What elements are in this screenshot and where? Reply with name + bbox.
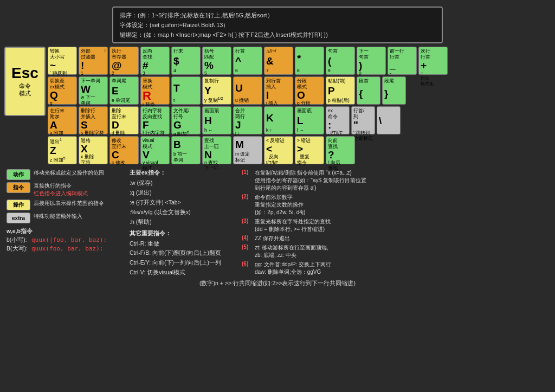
key-gt[interactable]: > 缩进 > . 重复指令 (295, 136, 324, 164)
b-small-label: b(小写): (7, 236, 29, 244)
key-D[interactable]: 删除至行末 D d 删除 (109, 106, 139, 134)
legend-section: 动作 移动光标或欲定义操作的范围 指令 直接执行的指令红色指令进入编辑模式 操作… (7, 169, 123, 278)
zxcv-row: 退出1 Z z 附加5 退格 X x 删除字符 修改至行末 C c 修改 (48, 136, 551, 164)
key-C[interactable]: 修改至行末 C c 修改 (109, 136, 139, 164)
esc-label: Esc (11, 66, 38, 81)
key-backslash[interactable]: \ (377, 106, 401, 134)
legend-extra-text: 特殊功能需额外输入 (34, 213, 82, 220)
key-F[interactable]: 行内字符反向查找 F f 行内字符查找 (140, 106, 170, 134)
instruction-line1: 排序：(例：1~5行排序;光标放在1行上,然后!5G,然后sort） (120, 10, 435, 20)
key-plus[interactable]: 次行行首 + = 自动格式化 (418, 47, 448, 75)
key-question[interactable]: 向前查找 ? / 向后查找 (326, 136, 355, 164)
key-dollar[interactable]: 行末 $ 4 (171, 47, 201, 75)
key-colon[interactable]: ex命令 : ; t/T/f/F (326, 106, 350, 134)
key-E[interactable]: 单词尾 E e 单词尾 (109, 76, 139, 105)
key-rbrace[interactable]: 段尾 } (382, 76, 406, 105)
esc-key[interactable]: Esc 命令模式 (4, 47, 46, 116)
key-exclaim[interactable]: 外部过滤器 ! 1 2 (79, 47, 108, 75)
key-P[interactable]: 粘贴(前) P p 粘贴(后) (326, 76, 355, 105)
key-V[interactable]: visual模式 V v visual模式 (140, 136, 170, 164)
key-Z[interactable]: 退出1 Z z 附加5 (48, 136, 77, 164)
key-R[interactable]: 替换模式 R r 替换字符 (140, 76, 170, 105)
number-row: 转换大小写 ~ ` 跳跃到标记处 外部过滤器 ! 1 2 执行寄存器 @ 2 (48, 47, 551, 75)
key-lparen[interactable]: 句首 ( 9 (326, 47, 355, 75)
key-at[interactable]: 执行寄存器 @ 2 (109, 47, 139, 75)
key-U[interactable]: U u 撤销 (233, 76, 262, 105)
legend-cmd-box: 指令 (7, 182, 30, 193)
key-S[interactable]: 删除行并插入 S s 删除字符并插入 (79, 106, 108, 134)
key-tilde[interactable]: 转换大小写 ~ ` 跳跃到标记处 (48, 47, 77, 75)
key-quote[interactable]: 行首/列 " ' 跳转到位置标记 (351, 106, 375, 134)
note-6: (6) gg: 文件首;ddp/P: 交换上下两行daw: 删除单词;全选：gg… (242, 261, 551, 276)
legend-cmd-text: 直接执行的指令红色指令进入编辑模式 (34, 182, 88, 197)
key-A[interactable]: 在行末附加 A a 附加 (48, 106, 77, 134)
bottom-note: (数字)n + >>:行共同缩进(如:2>>表示这行到下一行共同缩进) (4, 280, 551, 287)
key-H[interactable]: 画面顶 H h ← (202, 106, 231, 134)
key-W[interactable]: 下一单词 W w 下一单词 (79, 76, 108, 105)
qwerty-row: 切换至ex模式 Q q 下一单词 W w 下一单词 单词尾 E e 单词尾 (48, 76, 551, 105)
B-large-value: quux(foo, bar, baz); (31, 245, 103, 253)
web-commands: w,e,b指令 b(小写): quux(|foo, bar, baz); B(大… (7, 228, 123, 253)
key-J[interactable]: 合并两行 J j ↓ (233, 106, 262, 134)
ex-commands-section: 主要ex指令： :w (保存) :q (退出) :e (打开文件) <Tab> … (130, 169, 235, 278)
instruction-line2: 字体设定：(set guifont=Raize\ Bold\ 13） (120, 20, 435, 30)
note-2: (2) 命令前添加数字重复指定次数的操作(如：2p, d2w, 5i, d4j) (242, 194, 551, 216)
key-N[interactable]: 查找上一匹 N n 查找下一匹 (202, 136, 231, 164)
ex-list2: Ctrl-R: 重做 Ctrl-F/B: 向前(下)翻页/向后(上)翻页 Ctr… (130, 239, 235, 278)
key-caret[interactable]: 行首 ^ 6 (233, 47, 262, 75)
legend-op-text: 后接用以表示操作范围的指令 (34, 200, 104, 207)
key-I[interactable]: 到行首插入 I i 插入模式 (264, 76, 293, 105)
key-percent[interactable]: 括号匹配 % 5 (202, 47, 231, 75)
legend-action-box: 动作 (7, 169, 30, 180)
key-Q[interactable]: 切换至ex模式 Q q (48, 76, 77, 105)
key-underscore[interactable]: 前一行行首 _ - (388, 47, 417, 75)
legend-extra-box: extra (7, 213, 30, 223)
key-M[interactable]: M m 设定标记 (233, 136, 262, 164)
notes-section: (1) 在复制/粘贴/删除 指令前使用 "x (x=a...z)使用指令的寄存器… (242, 169, 551, 278)
key-T[interactable]: T t (171, 76, 201, 105)
ex-title2: 其它重要指令： (130, 230, 235, 237)
note-5: (5) zt: 移动游标所在行至画面顶端,zb: 底端, zz: 中央 (242, 244, 551, 259)
b-small-value: quux(|foo, bar, baz); (31, 236, 107, 244)
key-hash[interactable]: 反向查找 # 3 (140, 47, 170, 75)
keyboard-area: 转换大小写 ~ ` 跳跃到标记处 外部过滤器 ! 1 2 执行寄存器 @ 2 (48, 47, 551, 166)
key-lt[interactable]: < 反缩进 < , 反向t/T/f/F (264, 136, 293, 164)
key-O[interactable]: 分段模式 O o 分段模式 (295, 76, 324, 105)
note-4: (4) ZZ 保存并退出 (242, 235, 551, 242)
main-container: { "title": "Vim Keyboard Cheatsheet", "i… (0, 0, 555, 392)
note-1: (1) 在复制/粘贴/删除 指令前使用 "x (x=a...z)使用指令的寄存器… (242, 169, 551, 192)
key-G[interactable]: 文件尾/行号 G g 附加6 (171, 106, 201, 134)
key-star[interactable]: * 8 (295, 47, 324, 75)
key-X[interactable]: 退格 X x 删除字符 (79, 136, 108, 164)
web-title: w,e,b指令 (7, 228, 123, 235)
key-B[interactable]: B b 前一单词 (171, 136, 201, 164)
key-lbrace[interactable]: 段首 { (357, 76, 380, 105)
note-3: (3) 重复光标所在字符处指定的查找(dd = 删除本行, >= 行首缩进) (242, 218, 551, 233)
esc-sublabel: 命令模式 (19, 82, 31, 98)
key-K[interactable]: K k ↑ (264, 106, 293, 134)
legend-op-box: 操作 (7, 200, 30, 210)
key-rparen[interactable]: 下一句首 ) 0 (357, 47, 386, 75)
instruction-line3: 键绑定：(如：map h <Insert>;map <F2> h{ } 按下F2… (120, 30, 435, 40)
instruction-box: 排序：(例：1~5行排序;光标放在1行上,然后!5G,然后sort） 字体设定：… (112, 7, 443, 43)
legend-action-text: 移动光标或欲定义操作的范围 (34, 169, 104, 177)
B-large-label: B(大写): (7, 245, 29, 253)
key-L[interactable]: 画面底 L l → (295, 106, 324, 134)
ex-list: :w (保存) :q (退出) :e (打开文件) <Tab> :%s/x/y/… (130, 178, 235, 227)
asdf-row: 在行末附加 A a 附加 删除行并插入 S s 删除字符并插入 删除至行末 D … (48, 106, 551, 134)
key-amp[interactable]: :s//~/ & 7 (264, 47, 293, 75)
key-Y[interactable]: 复制行 Y y 复制1/2 (202, 76, 231, 105)
